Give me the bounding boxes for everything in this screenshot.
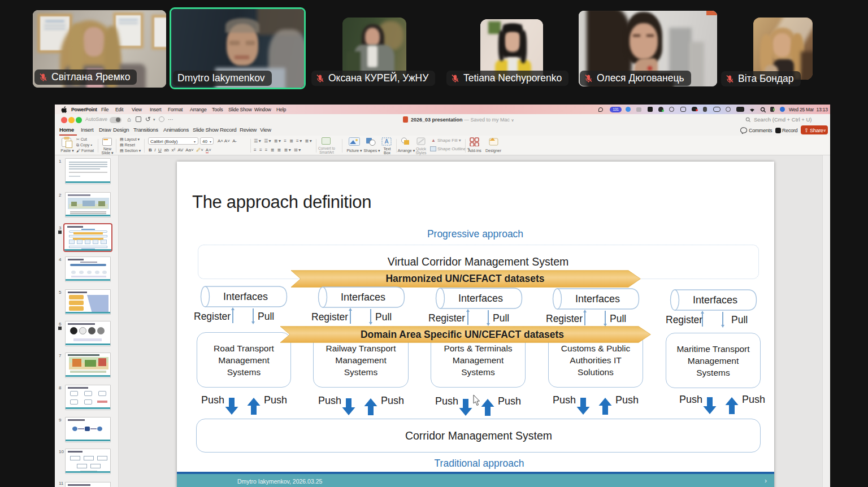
svg-text:A: A <box>385 138 389 145</box>
